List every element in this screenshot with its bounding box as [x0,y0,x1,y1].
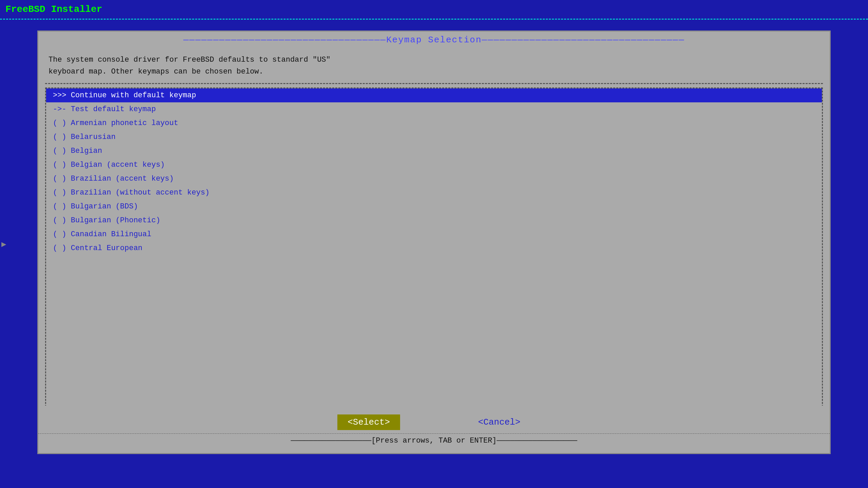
top-divider [0,19,868,20]
list-item[interactable]: ( ) Bulgarian (Phonetic) [46,214,822,227]
window-title: ——————————————————————————————————Keymap… [38,32,830,48]
hint-bar: ——————————————————[Press arrows, TAB or … [38,433,830,448]
list-item[interactable]: ( ) Armenian phonetic layout [46,116,822,130]
list-item[interactable]: ( ) Central European [46,241,822,255]
keymap-list[interactable]: >>> Continue with default keymap->- Test… [45,87,823,434]
select-button[interactable]: <Select> [337,414,400,430]
list-top-border [45,83,823,84]
bottom-section: <Select> <Cancel> ——————————————————[Pre… [38,406,830,453]
window-description: The system console driver for FreeBSD de… [38,48,830,83]
cancel-button[interactable]: <Cancel> [468,414,531,430]
list-item[interactable]: ( ) Belgian (accent keys) [46,158,822,172]
list-item[interactable]: ( ) Bulgarian (BDS) [46,200,822,214]
app-title: FreeBSD Installer [0,0,868,19]
side-scroll-arrow[interactable]: ▶ [0,238,7,250]
list-item[interactable]: ( ) Belgian [46,144,822,158]
list-item[interactable]: ( ) Brazilian (without accent keys) [46,186,822,200]
list-item[interactable]: ( ) Canadian Bilingual [46,227,822,241]
list-item[interactable]: ->- Test default keymap [46,102,822,116]
button-row: <Select> <Cancel> [38,411,830,433]
list-item[interactable]: >>> Continue with default keymap [46,88,822,102]
terminal-background: FreeBSD Installer ▶ ————————————————————… [0,0,868,488]
list-item[interactable]: ( ) Belarusian [46,130,822,144]
main-window: ——————————————————————————————————Keymap… [37,30,831,454]
list-item[interactable]: ( ) Brazilian (accent keys) [46,172,822,186]
